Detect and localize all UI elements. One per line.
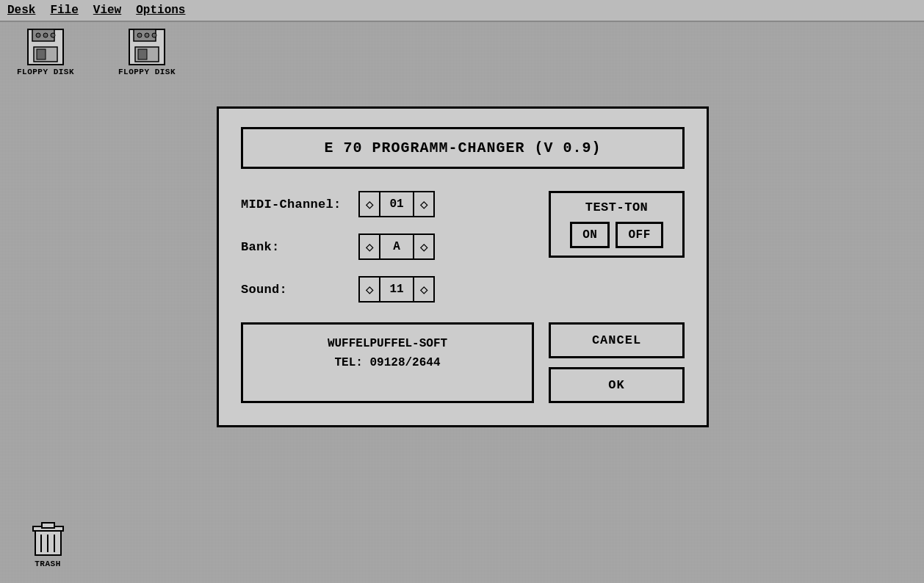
ok-button[interactable]: OK — [549, 367, 685, 403]
cancel-button[interactable]: CANCEL — [549, 322, 685, 358]
left-panel: MIDI-Channel: ◇ 01 ◇ Bank: ◇ A ◇ Sound: — [241, 191, 534, 319]
sound-decrement[interactable]: ◇ — [360, 278, 380, 301]
svg-point-4 — [36, 33, 40, 37]
right-panel: TEST-TON ON OFF — [549, 191, 685, 319]
svg-rect-10 — [138, 49, 147, 59]
floppy-disk-1-label: FLOPPY DISK — [17, 68, 74, 76]
svg-rect-16 — [42, 523, 54, 528]
trash-label: TRASH — [35, 560, 61, 568]
midi-channel-row: MIDI-Channel: ◇ 01 ◇ — [241, 191, 534, 217]
menu-file[interactable]: File — [50, 4, 78, 17]
test-ton-off-button[interactable]: OFF — [616, 222, 663, 248]
info-line2: TEL: 09128/2644 — [255, 354, 520, 373]
trash-icon-container[interactable]: TRASH — [22, 521, 73, 568]
test-ton-box: TEST-TON ON OFF — [549, 191, 685, 258]
sound-spinner: ◇ 11 ◇ — [358, 276, 435, 303]
info-line1: WUFFELPUFFEL-SOFT — [255, 335, 520, 354]
menu-desk[interactable]: Desk — [7, 4, 35, 17]
bank-label: Bank: — [241, 240, 358, 254]
sound-row: Sound: ◇ 11 ◇ — [241, 276, 534, 303]
svg-point-6 — [51, 33, 55, 37]
dialog-title-box: E 70 PROGRAMM-CHANGER (V 0.9) — [241, 127, 685, 169]
floppy-disk-2-label: FLOPPY DISK — [118, 68, 176, 76]
dialog-title: E 70 PROGRAMM-CHANGER (V 0.9) — [324, 140, 601, 156]
sound-value: 11 — [380, 278, 413, 301]
midi-channel-increment[interactable]: ◇ — [413, 192, 433, 216]
bank-row: Bank: ◇ A ◇ — [241, 233, 534, 260]
floppy-disk-1-icon — [26, 28, 65, 66]
midi-channel-decrement[interactable]: ◇ — [360, 192, 380, 216]
floppy-disk-2-icon — [128, 28, 166, 66]
dialog-content: MIDI-Channel: ◇ 01 ◇ Bank: ◇ A ◇ Sound: — [241, 191, 685, 319]
midi-channel-value: 01 — [380, 192, 413, 216]
sound-increment[interactable]: ◇ — [413, 278, 433, 301]
dialog: E 70 PROGRAMM-CHANGER (V 0.9) MIDI-Chann… — [217, 106, 709, 427]
trash-icon — [32, 521, 65, 558]
menubar: Desk File View Options — [0, 0, 924, 22]
bank-spinner: ◇ A ◇ — [358, 233, 435, 260]
svg-rect-3 — [37, 49, 46, 59]
floppy-disk-2[interactable]: FLOPPY DISK — [118, 28, 176, 76]
test-ton-label: TEST-TON — [560, 200, 674, 214]
svg-point-11 — [137, 33, 142, 37]
svg-point-5 — [43, 33, 48, 37]
test-ton-buttons: ON OFF — [560, 222, 674, 248]
menu-options[interactable]: Options — [136, 4, 185, 17]
action-buttons: CANCEL OK — [549, 322, 685, 403]
bottom-row: WUFFELPUFFEL-SOFT TEL: 09128/2644 CANCEL… — [241, 322, 685, 403]
menu-view[interactable]: View — [93, 4, 121, 17]
floppy-disk-1[interactable]: FLOPPY DISK — [16, 28, 75, 76]
bank-decrement[interactable]: ◇ — [360, 235, 380, 258]
info-box: WUFFELPUFFEL-SOFT TEL: 09128/2644 — [241, 322, 534, 403]
midi-channel-spinner: ◇ 01 ◇ — [358, 191, 435, 217]
sound-label: Sound: — [241, 283, 358, 297]
svg-point-13 — [152, 33, 156, 37]
test-ton-on-button[interactable]: ON — [570, 222, 610, 248]
bank-increment[interactable]: ◇ — [413, 235, 433, 258]
bank-value: A — [380, 235, 413, 258]
midi-channel-label: MIDI-Channel: — [241, 198, 358, 211]
svg-point-12 — [145, 33, 149, 37]
